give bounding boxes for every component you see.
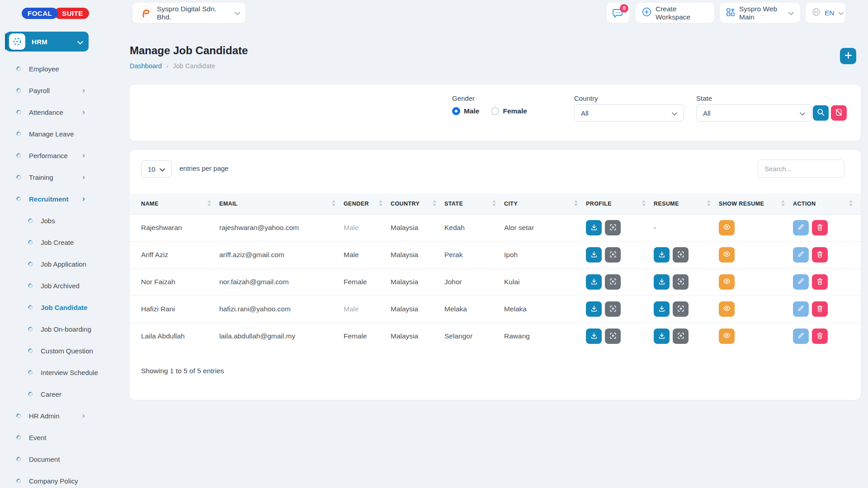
country-select[interactable]: All — [574, 104, 684, 122]
sidebar-item-payroll[interactable]: Payroll› — [0, 80, 113, 101]
sidebar-item-recruitment[interactable]: Recruitment› — [0, 188, 113, 210]
filter-search-button[interactable] — [813, 105, 829, 121]
sidebar-subitem-interview-schedule[interactable]: Interview Schedule — [0, 361, 113, 383]
sidebar-subitem-career[interactable]: Career — [0, 383, 113, 405]
resume-preview-button[interactable] — [673, 328, 689, 344]
page-title: Manage Job Candidate — [130, 44, 248, 57]
download-icon — [590, 224, 598, 232]
column-header-name[interactable]: Name — [130, 193, 219, 214]
resume-preview-button[interactable] — [673, 247, 689, 263]
column-header-country[interactable]: Country — [391, 193, 444, 214]
column-header-state[interactable]: State — [444, 193, 504, 214]
cell-name: Ariff Aziz — [130, 241, 219, 268]
profile-download-button[interactable] — [586, 328, 602, 344]
workspace-selector[interactable]: Syspro Digital Sdn. Bhd. — [132, 3, 245, 23]
sidebar-item-company-policy[interactable]: Company Policy — [0, 470, 113, 488]
column-header-profile[interactable]: Profile — [586, 193, 654, 214]
add-candidate-button[interactable] — [840, 48, 856, 64]
sidebar-item-employee[interactable]: Employee — [0, 58, 113, 80]
sidebar-item-hr-admin[interactable]: HR Admin› — [0, 405, 113, 427]
resume-download-button[interactable] — [654, 328, 670, 344]
edit-candidate-button[interactable] — [793, 328, 809, 344]
profile-download-button[interactable] — [586, 274, 602, 290]
delete-candidate-button[interactable] — [812, 220, 828, 235]
trash-icon — [816, 305, 823, 314]
resume-download-button[interactable] — [654, 247, 670, 263]
download-icon — [658, 278, 665, 286]
resume-download-button[interactable] — [654, 274, 670, 290]
sidebar-subitem-label: Career — [41, 390, 61, 398]
delete-candidate-button[interactable] — [812, 274, 828, 290]
delete-candidate-button[interactable] — [812, 301, 828, 317]
eye-icon — [723, 224, 731, 232]
sidebar-subitem-job-application[interactable]: Job Application — [0, 253, 113, 275]
show-resume-button[interactable] — [719, 328, 735, 344]
create-workspace-button[interactable]: Create Workspace — [636, 3, 714, 23]
profile-preview-button[interactable] — [605, 274, 621, 290]
filter-card: Gender Male Female Country All State All — [130, 84, 861, 141]
table-search-input[interactable] — [758, 160, 844, 178]
profile-download-button[interactable] — [586, 247, 602, 263]
show-resume-button[interactable] — [719, 301, 735, 317]
delete-candidate-button[interactable] — [812, 247, 828, 263]
profile-preview-button[interactable] — [605, 220, 621, 235]
resume-download-button[interactable] — [654, 301, 670, 317]
column-header-city[interactable]: City — [504, 193, 586, 214]
pencil-icon — [797, 224, 804, 232]
breadcrumb-dashboard-link[interactable]: Dashboard — [130, 62, 162, 70]
edit-candidate-button[interactable] — [793, 220, 809, 235]
entries-per-page-select[interactable]: 10 — [141, 160, 172, 178]
column-label: Resume — [654, 201, 679, 207]
profile-download-button[interactable] — [586, 220, 602, 235]
sidebar-item-document[interactable]: Document — [0, 448, 113, 470]
sidebar-subitem-job-archived[interactable]: Job Archived — [0, 275, 113, 296]
profile-preview-button[interactable] — [605, 301, 621, 317]
column-header-show-resume[interactable]: Show Resume — [719, 193, 793, 214]
cell-email: ariff.aziz@gmail.com — [219, 241, 344, 268]
column-header-resume[interactable]: Resume — [654, 193, 719, 214]
profile-preview-button[interactable] — [605, 328, 621, 344]
column-header-email[interactable]: Email — [219, 193, 344, 214]
gender-radio-female[interactable]: Female — [491, 107, 527, 115]
eye-icon — [723, 332, 731, 340]
sidebar-item-event[interactable]: Event — [0, 427, 113, 448]
entries-value: 10 — [148, 165, 156, 173]
chevron-right-icon: › — [82, 173, 85, 182]
sidebar-subitem-jobs[interactable]: Jobs — [0, 210, 113, 231]
column-header-action[interactable]: Action — [793, 193, 861, 214]
sidebar-subitem-job-on-boarding[interactable]: Job On-boarding — [0, 318, 113, 340]
cell-state: Melaka — [444, 296, 504, 323]
profile-download-button[interactable] — [586, 301, 602, 317]
chat-button[interactable]: 0 — [607, 3, 629, 23]
edit-candidate-button[interactable] — [793, 274, 809, 290]
state-select[interactable]: All — [696, 104, 812, 122]
topbar: FOCAL SUITE Syspro Digital Sdn. Bhd. 0 C… — [0, 0, 868, 25]
language-selector[interactable]: EN — [806, 3, 845, 23]
sidebar-item-training[interactable]: Training› — [0, 166, 113, 188]
clear-filter-button[interactable] — [831, 105, 847, 121]
sidebar-subitem-custom-question[interactable]: Custom Question — [0, 340, 113, 361]
sort-icon — [574, 200, 578, 206]
show-resume-button[interactable] — [719, 220, 735, 235]
resume-preview-button[interactable] — [673, 274, 689, 290]
sidebar-item-performance[interactable]: Performance› — [0, 145, 113, 166]
delete-candidate-button[interactable] — [812, 328, 828, 344]
sidebar-menu: EmployeePayroll›Attendance›Manage LeaveP… — [0, 58, 113, 488]
sidebar-item-attendance[interactable]: Attendance› — [0, 101, 113, 123]
profile-preview-button[interactable] — [605, 247, 621, 263]
gender-radio-male[interactable]: Male — [452, 107, 479, 115]
table-row: Nor Faizahnor.faizah@gmail.comFemaleMala… — [130, 268, 861, 296]
sidebar-subitem-job-create[interactable]: Job Create — [0, 231, 113, 253]
edit-candidate-button[interactable] — [793, 301, 809, 317]
edit-candidate-button[interactable] — [793, 247, 809, 263]
column-header-gender[interactable]: Gender — [344, 193, 391, 214]
resume-preview-button[interactable] — [673, 301, 689, 317]
sidebar-section-hrm[interactable]: HRM — [5, 32, 89, 52]
sidebar-subitem-job-candidate[interactable]: Job Candidate — [0, 296, 113, 318]
sidebar-item-manage-leave[interactable]: Manage Leave — [0, 123, 113, 145]
cell-country: Malaysia — [391, 323, 444, 350]
app-menu-selector[interactable]: Syspro Web Main — [720, 3, 800, 23]
show-resume-button[interactable] — [719, 274, 735, 290]
show-resume-button[interactable] — [719, 247, 735, 263]
globe-icon — [812, 8, 821, 18]
